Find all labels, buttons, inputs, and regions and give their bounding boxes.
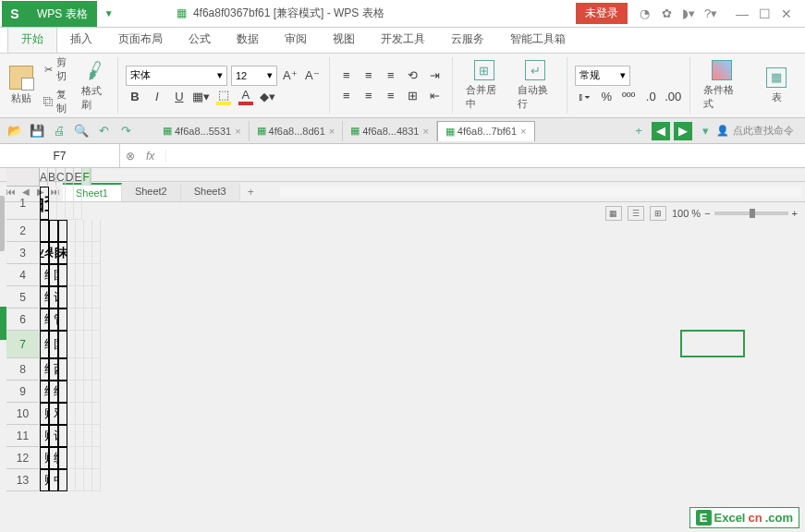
page-layout-view-button[interactable]: ☰ bbox=[628, 206, 644, 221]
app-name: WPS 表格 bbox=[28, 1, 97, 27]
alignment-group: ≡ ≡ ≡ ⟲ ⇥ ≡ ≡ ≡ ⊞ ⇤ bbox=[337, 57, 453, 114]
tab-nav-left[interactable]: ◀ bbox=[652, 122, 670, 140]
close-tab-icon[interactable]: × bbox=[235, 126, 240, 137]
sheet-tab-Sheet3[interactable]: Sheet3 bbox=[181, 183, 240, 201]
settings-icon[interactable]: ✿ bbox=[658, 6, 675, 22]
tab-nav-right[interactable]: ▶ bbox=[674, 122, 692, 140]
open-icon[interactable]: 📂 bbox=[6, 122, 24, 140]
zoom-level[interactable]: 100 % bbox=[672, 208, 701, 219]
font-color-button[interactable]: A bbox=[237, 88, 255, 106]
doc-tab-icon: ▦ bbox=[350, 125, 360, 137]
increase-font-button[interactable]: A⁺ bbox=[281, 66, 299, 85]
align-right-button[interactable]: ≡ bbox=[382, 87, 400, 105]
merge-button[interactable]: ⊞ bbox=[404, 87, 422, 105]
ribbon-tab-2[interactable]: 页面布局 bbox=[105, 26, 176, 53]
maximize-button[interactable]: ☐ bbox=[753, 6, 775, 21]
number-format-select[interactable]: 常规▾ bbox=[575, 66, 630, 86]
decrease-font-button[interactable]: A⁻ bbox=[303, 66, 322, 85]
ribbon-tab-0[interactable]: 开始 bbox=[7, 25, 57, 53]
print-icon[interactable]: 🖨 bbox=[50, 122, 68, 140]
doc-tab-3[interactable]: ▦4f6a8...7bf61× bbox=[437, 121, 535, 141]
cancel-formula-icon[interactable]: ⊗ bbox=[126, 150, 135, 163]
brush-icon: 🖌 bbox=[82, 57, 107, 83]
quick-access-row: 📂 💾 🖨 🔍 ↶ ↷ ▦4f6a8...5531×▦4f6a8...8d61×… bbox=[0, 118, 805, 144]
document-title: ▦ 4f6a8f0367bf61 [兼容模式] - WPS 表格 bbox=[177, 6, 576, 21]
zoom-in-button[interactable]: + bbox=[792, 208, 798, 219]
help-icon[interactable]: ?▾ bbox=[702, 6, 719, 22]
italic-button[interactable]: I bbox=[148, 88, 166, 106]
redo-icon[interactable]: ↷ bbox=[116, 122, 135, 140]
bold-button[interactable]: B bbox=[126, 88, 144, 106]
print-preview-icon[interactable]: 🔍 bbox=[72, 122, 91, 140]
doc-tab-1[interactable]: ▦4f6a8...8d61× bbox=[250, 121, 344, 141]
clear-format-button[interactable]: ◆▾ bbox=[259, 88, 277, 106]
fx-icon[interactable]: fx bbox=[140, 150, 160, 163]
border-button[interactable]: ▦▾ bbox=[192, 88, 211, 106]
cloud-icon[interactable]: ◔ bbox=[636, 6, 653, 22]
ribbon-tab-8[interactable]: 云服务 bbox=[438, 26, 497, 53]
fill-color-button[interactable]: ⬚ bbox=[214, 88, 233, 106]
cut-button[interactable]: ✂剪切 bbox=[41, 54, 76, 84]
app-menu-dropdown[interactable]: ▼ bbox=[104, 8, 114, 18]
document-tabs: ▦4f6a8...5531×▦4f6a8...8d61×▦4f6a8...483… bbox=[155, 121, 628, 141]
new-tab-button[interactable]: + bbox=[629, 122, 648, 140]
font-group: 宋体▾ 12▾ A⁺ A⁻ B I U ▦▾ ⬚ A ◆▾ bbox=[126, 57, 330, 114]
copy-button[interactable]: ⿻复制 bbox=[41, 87, 76, 116]
tab-list-button[interactable]: ▾ bbox=[696, 122, 714, 140]
doc-icon: ▦ bbox=[177, 6, 187, 19]
currency-button[interactable]: ⫾▾ bbox=[575, 88, 593, 106]
underline-button[interactable]: U bbox=[170, 88, 189, 106]
conditional-format-button[interactable]: 条件格式 bbox=[698, 58, 746, 113]
ribbon-tab-6[interactable]: 视图 bbox=[320, 26, 368, 53]
font-size-select[interactable]: 12▾ bbox=[231, 66, 277, 86]
login-button[interactable]: 未登录 bbox=[576, 3, 628, 24]
close-tab-icon[interactable]: × bbox=[329, 126, 335, 137]
decrease-decimal-button[interactable]: .00 bbox=[664, 88, 682, 106]
scissors-icon: ✂ bbox=[43, 63, 54, 76]
indent-button[interactable]: ⇥ bbox=[426, 66, 445, 85]
save-icon[interactable]: 💾 bbox=[28, 122, 46, 140]
align-bottom-button[interactable]: ≡ bbox=[382, 66, 400, 85]
format-painter-button[interactable]: 🖌 格式刷 bbox=[79, 59, 110, 113]
paste-button[interactable]: 粘贴 bbox=[6, 64, 37, 107]
align-top-button[interactable]: ≡ bbox=[337, 66, 356, 85]
horizontal-scrollbar[interactable] bbox=[280, 187, 801, 198]
doc-tab-0[interactable]: ▦4f6a8...5531× bbox=[155, 121, 250, 141]
skin-icon[interactable]: ◗▾ bbox=[680, 6, 697, 22]
close-tab-icon[interactable]: × bbox=[520, 126, 526, 137]
zoom-out-button[interactable]: − bbox=[704, 208, 710, 219]
ribbon-tab-4[interactable]: 数据 bbox=[224, 26, 272, 53]
normal-view-button[interactable]: ▦ bbox=[605, 206, 622, 221]
doc-tab-2[interactable]: ▦4f6a8...4831× bbox=[343, 121, 437, 141]
styles-group: 条件格式 bbox=[698, 57, 753, 114]
close-button[interactable]: ✕ bbox=[775, 6, 798, 21]
outdent-button[interactable]: ⇤ bbox=[426, 87, 445, 105]
table-style-button[interactable]: ▦表 bbox=[761, 66, 792, 106]
zoom-slider[interactable] bbox=[714, 212, 788, 215]
ribbon-tab-7[interactable]: 开发工具 bbox=[368, 26, 438, 53]
name-box[interactable]: F7 bbox=[0, 144, 120, 167]
command-search[interactable]: 点此查找命令 bbox=[716, 124, 794, 138]
undo-icon[interactable]: ↶ bbox=[94, 122, 113, 140]
increase-decimal-button[interactable]: .0 bbox=[641, 88, 660, 106]
add-sheet-button[interactable]: + bbox=[240, 186, 262, 199]
ribbon-tab-9[interactable]: 智能工具箱 bbox=[497, 26, 579, 53]
page-break-view-button[interactable]: ⊞ bbox=[650, 206, 666, 221]
ribbon-tab-3[interactable]: 公式 bbox=[176, 26, 224, 53]
ribbon-tab-1[interactable]: 插入 bbox=[57, 26, 105, 53]
auto-wrap-button[interactable]: ↵自动换行 bbox=[512, 58, 560, 113]
close-tab-icon[interactable]: × bbox=[422, 126, 428, 137]
align-left-button[interactable]: ≡ bbox=[337, 87, 356, 105]
wrap-icon: ↵ bbox=[525, 60, 545, 80]
formula-input[interactable] bbox=[166, 144, 805, 167]
merge-center-button[interactable]: ⊞合并居中 bbox=[460, 58, 508, 113]
align-center-button[interactable]: ≡ bbox=[360, 87, 378, 105]
ribbon-tab-5[interactable]: 审阅 bbox=[272, 26, 320, 53]
align-middle-button[interactable]: ≡ bbox=[360, 66, 378, 85]
sheet-tab-Sheet2[interactable]: Sheet2 bbox=[122, 183, 181, 201]
percent-button[interactable]: % bbox=[597, 88, 616, 106]
orientation-button[interactable]: ⟲ bbox=[404, 66, 422, 85]
minimize-button[interactable]: — bbox=[731, 6, 753, 21]
font-family-select[interactable]: 宋体▾ bbox=[126, 66, 227, 86]
comma-button[interactable]: ººº bbox=[619, 88, 638, 106]
